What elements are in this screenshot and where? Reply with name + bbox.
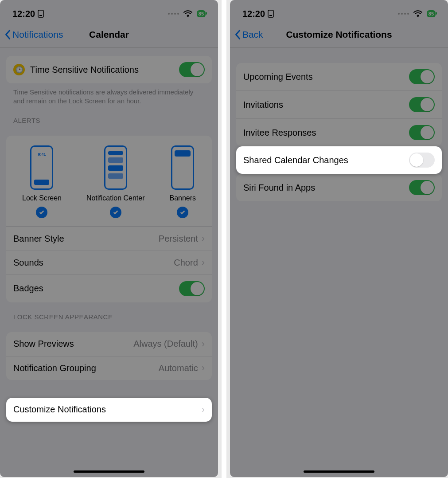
badges-label: Badges	[13, 283, 43, 294]
home-indicator[interactable]	[74, 470, 144, 473]
time-sensitive-footer: Time Sensitive notifications are always …	[6, 83, 212, 106]
svg-rect-3	[269, 15, 272, 16]
back-button[interactable]: Back	[234, 29, 263, 40]
status-time: 12:20	[242, 9, 265, 19]
customize-notifications-row[interactable]: Customize Notifications ›	[6, 398, 212, 422]
battery-icon: 85	[197, 10, 206, 17]
show-previews-row[interactable]: Show Previews Always (Default)›	[6, 332, 212, 356]
invitations-label: Invitations	[243, 100, 283, 110]
alert-lock-label: Lock Screen	[22, 194, 62, 202]
card-icon	[38, 10, 44, 18]
sounds-label: Sounds	[13, 258, 43, 268]
status-bar: 12:20 85	[230, 0, 448, 26]
status-bar: 12:20 85	[0, 0, 218, 26]
sounds-value: Chord	[174, 258, 198, 268]
chevron-left-icon	[4, 29, 11, 40]
cell-dots-icon	[398, 13, 409, 15]
shared-calendar-changes-label: Shared Calendar Changes	[243, 155, 348, 165]
upcoming-events-label: Upcoming Events	[243, 72, 313, 82]
invitations-row[interactable]: Invitations	[236, 90, 442, 118]
chevron-right-icon: ›	[202, 258, 205, 267]
notification-grouping-label: Notification Grouping	[13, 363, 96, 373]
time-sensitive-toggle[interactable]	[179, 62, 205, 77]
notification-grouping-value: Automatic	[159, 363, 198, 373]
shared-calendar-changes-row[interactable]: Shared Calendar Changes	[236, 146, 442, 174]
siri-found-toggle[interactable]	[409, 180, 435, 195]
upcoming-events-toggle[interactable]	[409, 69, 435, 84]
lock-screen-icon: 9:41	[30, 145, 53, 190]
siri-found-label: Siri Found in Apps	[243, 183, 315, 193]
wifi-icon	[413, 10, 422, 17]
check-icon	[36, 207, 47, 218]
back-button[interactable]: Notifications	[4, 29, 63, 40]
alerts-style-row: 9:41 Lock Screen Notification Center Ban…	[6, 136, 212, 227]
back-label: Back	[242, 29, 263, 40]
nav-bar: Notifications Calendar	[0, 26, 218, 48]
svg-rect-2	[268, 10, 273, 17]
alert-notification-center[interactable]: Notification Center	[86, 145, 145, 218]
chevron-right-icon: ›	[202, 405, 205, 415]
invitee-responses-toggle[interactable]	[409, 125, 435, 140]
phone-customize-notifications: 12:20 85 Back Customize Notifications Up…	[230, 0, 448, 477]
customize-notifications-label: Customize Notifications	[13, 404, 106, 415]
upcoming-events-row[interactable]: Upcoming Events	[236, 63, 442, 90]
shared-calendar-changes-toggle[interactable]	[409, 153, 435, 168]
page-title: Customize Notifications	[286, 29, 392, 40]
banner-style-value: Persistent	[159, 234, 198, 244]
show-previews-label: Show Previews	[13, 339, 74, 349]
alerts-header: ALERTS	[6, 106, 212, 128]
banner-style-label: Banner Style	[13, 234, 64, 244]
lock-screen-appearance-header: LOCK SCREEN APPEARANCE	[6, 302, 212, 324]
check-icon	[110, 207, 121, 218]
sounds-row[interactable]: Sounds Chord›	[6, 251, 212, 274]
notification-center-icon	[104, 145, 127, 190]
cell-dots-icon	[168, 13, 179, 15]
siri-found-row[interactable]: Siri Found in Apps	[236, 174, 442, 201]
banner-style-row[interactable]: Banner Style Persistent›	[6, 227, 212, 251]
badges-toggle[interactable]	[179, 281, 205, 296]
wifi-icon	[183, 10, 192, 17]
card-icon	[268, 10, 274, 18]
time-sensitive-row[interactable]: 🕑 Time Sensitive Notifications	[6, 56, 212, 83]
alert-nc-label: Notification Center	[86, 194, 145, 202]
back-label: Notifications	[12, 29, 63, 40]
chevron-right-icon: ›	[202, 339, 205, 349]
chevron-left-icon	[234, 29, 241, 40]
chevron-right-icon: ›	[202, 363, 205, 373]
status-time: 12:20	[12, 9, 35, 19]
show-previews-value: Always (Default)	[133, 339, 198, 349]
phone-calendar-notifications: 12:20 85 Notifications Calendar 🕑	[0, 0, 218, 477]
battery-icon: 85	[427, 10, 436, 17]
check-icon	[177, 207, 188, 218]
time-sensitive-label: Time Sensitive Notifications	[30, 65, 139, 75]
alert-banners[interactable]: Banners	[169, 145, 196, 218]
notification-grouping-row[interactable]: Notification Grouping Automatic›	[6, 356, 212, 380]
badges-row[interactable]: Badges	[6, 274, 212, 302]
alert-lock-screen[interactable]: 9:41 Lock Screen	[22, 145, 62, 218]
chevron-right-icon: ›	[202, 234, 205, 243]
invitations-toggle[interactable]	[409, 97, 435, 112]
banners-icon	[171, 145, 194, 190]
svg-rect-1	[39, 15, 42, 16]
nav-bar: Back Customize Notifications	[230, 26, 448, 48]
time-sensitive-icon: 🕑	[13, 64, 25, 75]
invitee-responses-row[interactable]: Invitee Responses	[236, 118, 442, 146]
svg-rect-0	[38, 10, 43, 17]
invitee-responses-label: Invitee Responses	[243, 128, 316, 138]
page-title: Calendar	[89, 29, 129, 40]
alert-banner-label: Banners	[169, 194, 196, 202]
home-indicator[interactable]	[304, 470, 374, 473]
